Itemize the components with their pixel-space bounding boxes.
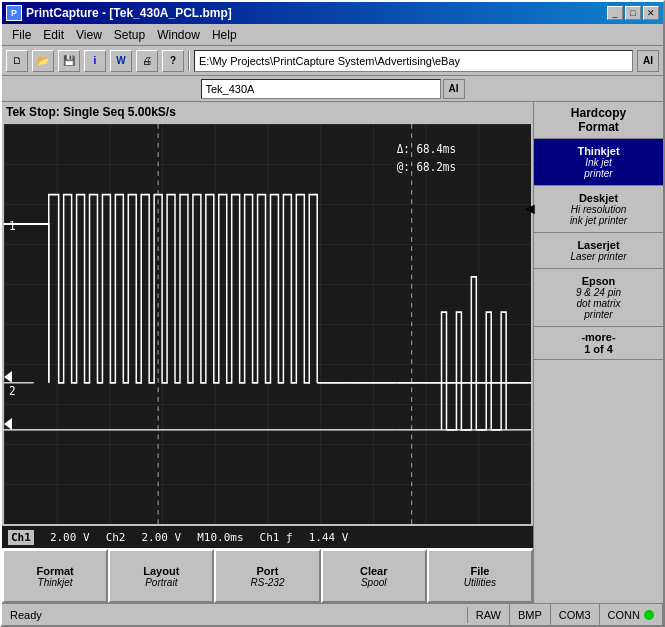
scope-header: Tek Stop: Single Seq 5.00kS/s bbox=[2, 102, 533, 122]
svg-text:@: 68.2ms: @: 68.2ms bbox=[397, 159, 456, 174]
format-label: Format bbox=[36, 565, 73, 577]
ai-button[interactable]: AI bbox=[637, 50, 659, 72]
toolbar2: AI bbox=[2, 76, 663, 102]
open-button[interactable]: 📂 bbox=[32, 50, 54, 72]
ch1-label: Ch1 bbox=[8, 530, 34, 545]
toolbar-separator bbox=[188, 51, 190, 71]
svg-text:2: 2 bbox=[9, 383, 16, 398]
epson-label: Epson bbox=[542, 275, 655, 287]
menu-window[interactable]: Window bbox=[151, 26, 206, 44]
deskjet-label: Deskjet bbox=[542, 192, 655, 204]
time-div: M10.0ms bbox=[197, 531, 243, 544]
menu-edit[interactable]: Edit bbox=[37, 26, 70, 44]
port-sub: RS-232 bbox=[251, 577, 285, 588]
menu-bar: File Edit View Setup Window Help bbox=[2, 24, 663, 46]
scope-header-text: Tek Stop: Single Seq 5.00kS/s bbox=[6, 105, 176, 119]
port-label: Port bbox=[257, 565, 279, 577]
close-button[interactable]: ✕ bbox=[643, 6, 659, 20]
status-raw: RAW bbox=[468, 604, 510, 626]
info-button[interactable]: i bbox=[84, 50, 106, 72]
file-utilities-button[interactable]: File Utilities bbox=[427, 549, 533, 603]
help-button[interactable]: ? bbox=[162, 50, 184, 72]
clear-spool-button[interactable]: Clear Spool bbox=[321, 549, 427, 603]
layout-button[interactable]: Layout Portrait bbox=[108, 549, 214, 603]
title-bar-left: P PrintCapture - [Tek_430A_PCL.bmp] bbox=[6, 5, 232, 21]
title-bar-buttons: _ □ ✕ bbox=[607, 6, 659, 20]
thinkjet-sub: Ink jetprinter bbox=[542, 157, 655, 179]
layout-label: Layout bbox=[143, 565, 179, 577]
main-window: P PrintCapture - [Tek_430A_PCL.bmp] _ □ … bbox=[0, 0, 665, 627]
sidebar-epson[interactable]: Epson 9 & 24 pindot matrixprinter bbox=[534, 269, 663, 327]
svg-text:Δ: 68.4ms: Δ: 68.4ms bbox=[397, 142, 456, 157]
port-button[interactable]: Port RS-232 bbox=[214, 549, 320, 603]
path-field[interactable]: E:\My Projects\PrintCapture System\Adver… bbox=[194, 50, 633, 72]
app-icon: P bbox=[6, 5, 22, 21]
word-button[interactable]: W bbox=[110, 50, 132, 72]
scope-status: Ch1 2.00 V Ch2 2.00 V M10.0ms Ch1 ƒ 1.44… bbox=[2, 526, 533, 548]
minimize-button[interactable]: _ bbox=[607, 6, 623, 20]
clear-sub: Spool bbox=[361, 577, 387, 588]
layout-sub: Portrait bbox=[145, 577, 177, 588]
status-indicators: RAW BMP COM3 CONN bbox=[468, 604, 663, 626]
window-title: PrintCapture - [Tek_430A_PCL.bmp] bbox=[26, 6, 232, 20]
menu-file[interactable]: File bbox=[6, 26, 37, 44]
sidebar: HardcopyFormat Thinkjet Ink jetprinter ◄… bbox=[533, 102, 663, 603]
file-sub: Utilities bbox=[464, 577, 496, 588]
scope-area: Tek Stop: Single Seq 5.00kS/s bbox=[2, 102, 533, 603]
status-conn: CONN bbox=[600, 604, 663, 626]
file-label: File bbox=[470, 565, 489, 577]
bottom-toolbar: Format Thinkjet Layout Portrait Port RS-… bbox=[2, 548, 533, 603]
format-sub: Thinkjet bbox=[38, 577, 73, 588]
toolbar: 🗋 📂 💾 i W 🖨 ? E:\My Projects\PrintCaptur… bbox=[2, 46, 663, 76]
main-content: Tek Stop: Single Seq 5.00kS/s bbox=[2, 102, 663, 603]
menu-help[interactable]: Help bbox=[206, 26, 243, 44]
sidebar-more[interactable]: -more-1 of 4 bbox=[534, 327, 663, 360]
save-button[interactable]: 💾 bbox=[58, 50, 80, 72]
sidebar-thinkjet[interactable]: Thinkjet Ink jetprinter bbox=[534, 139, 663, 186]
print-button[interactable]: 🖨 bbox=[136, 50, 158, 72]
ch1-voltage: 2.00 V bbox=[50, 531, 90, 544]
filename-input[interactable] bbox=[201, 79, 441, 99]
maximize-button[interactable]: □ bbox=[625, 6, 641, 20]
ch2-voltage: 2.00 V bbox=[142, 531, 182, 544]
laserjet-label: Laserjet bbox=[542, 239, 655, 251]
svg-text:1: 1 bbox=[9, 218, 16, 233]
sidebar-laserjet[interactable]: Laserjet Laser printer bbox=[534, 233, 663, 269]
title-bar: P PrintCapture - [Tek_430A_PCL.bmp] _ □ … bbox=[2, 2, 663, 24]
svg-rect-2 bbox=[4, 124, 531, 524]
status-bar: Ready RAW BMP COM3 CONN bbox=[2, 603, 663, 625]
toolbar2-ai-button[interactable]: AI bbox=[443, 79, 465, 99]
sidebar-header: HardcopyFormat bbox=[534, 102, 663, 139]
clear-label: Clear bbox=[360, 565, 388, 577]
status-ready: Ready bbox=[2, 607, 468, 623]
trig-level: 1.44 V bbox=[309, 531, 349, 544]
connection-indicator bbox=[644, 610, 654, 620]
sidebar-deskjet[interactable]: ◄ Deskjet Hi resolutionink jet printer bbox=[534, 186, 663, 233]
menu-setup[interactable]: Setup bbox=[108, 26, 151, 44]
scope-screen: 1 2 Δ: 68.4ms @: 68.2ms bbox=[4, 124, 531, 524]
new-button[interactable]: 🗋 bbox=[6, 50, 28, 72]
epson-sub: 9 & 24 pindot matrixprinter bbox=[542, 287, 655, 320]
menu-view[interactable]: View bbox=[70, 26, 108, 44]
status-bmp: BMP bbox=[510, 604, 551, 626]
format-button[interactable]: Format Thinkjet bbox=[2, 549, 108, 603]
ch2-label: Ch2 bbox=[106, 531, 126, 544]
deskjet-sub: Hi resolutionink jet printer bbox=[542, 204, 655, 226]
waveform-svg: 1 2 Δ: 68.4ms @: 68.2ms bbox=[4, 124, 531, 524]
status-com3: COM3 bbox=[551, 604, 600, 626]
thinkjet-label: Thinkjet bbox=[542, 145, 655, 157]
ch1-trig: Ch1 ƒ bbox=[260, 531, 293, 544]
laserjet-sub: Laser printer bbox=[542, 251, 655, 262]
